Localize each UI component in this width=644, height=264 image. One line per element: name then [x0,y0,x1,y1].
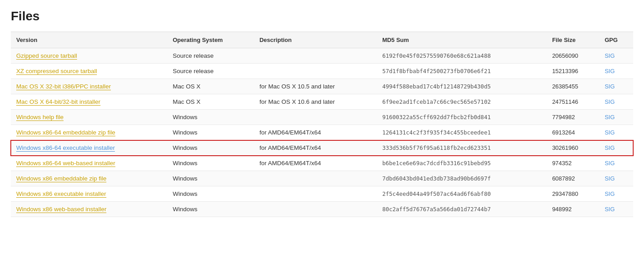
cell-os: Source release [167,48,254,64]
table-row: Windows x86 embeddable zip fileWindows7d… [11,171,633,186]
files-table: Version Operating System Description MD5… [11,32,633,217]
version-link[interactable]: Windows x86-64 web-based installer [16,160,115,167]
sig-link[interactable]: SIG [605,190,615,197]
version-link[interactable]: Windows x86 executable installer [16,190,106,198]
cell-os: Mac OS X [167,94,254,110]
version-link[interactable]: Windows x86 web-based installer [16,206,106,213]
cell-gpg: SIG [599,125,633,140]
cell-gpg: SIG [599,171,633,186]
cell-version: Windows help file [11,110,167,125]
col-filesize: File Size [547,32,599,48]
cell-description: for AMD64/EM64T/x64 [254,156,377,171]
cell-md5: 57d1f8bfbabf4f2500273fb0706e6f21 [377,64,547,79]
cell-md5: 6f9ee2ad1fceb1a7c66c9ec565e57102 [377,94,547,110]
cell-os: Windows [167,140,254,156]
cell-description [254,48,377,64]
cell-filesize: 29347880 [547,186,599,202]
sig-link[interactable]: SIG [605,160,615,167]
cell-description: for Mac OS X 10.5 and later [254,79,377,94]
cell-description: for AMD64/EM64T/x64 [254,140,377,156]
cell-filesize: 30261960 [547,140,599,156]
cell-version: Mac OS X 64-bit/32-bit installer [11,94,167,110]
version-link[interactable]: Windows x86 embeddable zip file [16,175,106,182]
cell-gpg: SIG [599,48,633,64]
sig-link[interactable]: SIG [605,114,615,120]
cell-filesize: 15213396 [547,64,599,79]
cell-os: Windows [167,110,254,125]
table-body: Gzipped source tarballSource release6192… [11,48,633,217]
cell-version: Windows x86 executable installer [11,186,167,202]
cell-md5: b6be1ce6e69ac7dcdfb3316c91bebd95 [377,156,547,171]
col-version: Version [11,32,167,48]
cell-description [254,171,377,186]
cell-version: Windows x86 web-based installer [11,202,167,217]
sig-link[interactable]: SIG [605,175,615,182]
version-link[interactable]: Windows help file [16,114,64,121]
cell-description [254,202,377,217]
col-description: Description [254,32,377,48]
cell-version: XZ compressed source tarball [11,64,167,79]
cell-gpg: SIG [599,202,633,217]
cell-gpg: SIG [599,186,633,202]
cell-filesize: 24751146 [547,94,599,110]
version-link[interactable]: Gzipped source tarball [16,52,77,60]
col-os: Operating System [167,32,254,48]
sig-link[interactable]: SIG [605,206,615,213]
table-row: Mac OS X 64-bit/32-bit installerMac OS X… [11,94,633,110]
cell-version: Windows x86 embeddable zip file [11,171,167,186]
cell-description: for Mac OS X 10.6 and later [254,94,377,110]
version-link[interactable]: Windows x86-64 embeddable zip file [16,129,115,136]
sig-link[interactable]: SIG [605,83,615,90]
sig-link[interactable]: SIG [605,129,615,136]
cell-description [254,64,377,79]
cell-filesize: 26385455 [547,79,599,94]
cell-filesize: 6913264 [547,125,599,140]
cell-gpg: SIG [599,64,633,79]
sig-link[interactable]: SIG [605,68,615,74]
cell-md5: 80c2aff5d76767a5a566da01d72744b7 [377,202,547,217]
cell-gpg: SIG [599,79,633,94]
table-row: Windows x86-64 executable installerWindo… [11,140,633,156]
cell-gpg: SIG [599,140,633,156]
cell-description: for AMD64/EM64T/x64 [254,125,377,140]
version-link[interactable]: Mac OS X 32-bit i386/PPC installer [16,83,111,90]
cell-description [254,186,377,202]
cell-filesize: 7794982 [547,110,599,125]
cell-version: Mac OS X 32-bit i386/PPC installer [11,79,167,94]
cell-os: Windows [167,202,254,217]
cell-os: Windows [167,186,254,202]
col-gpg: GPG [599,32,633,48]
cell-version: Gzipped source tarball [11,48,167,64]
table-header: Version Operating System Description MD5… [11,32,633,48]
cell-os: Source release [167,64,254,79]
cell-md5: 7dbd6043bd041ed3db738ad90b6d697f [377,171,547,186]
cell-os: Windows [167,171,254,186]
cell-gpg: SIG [599,94,633,110]
version-link[interactable]: Mac OS X 64-bit/32-bit installer [16,98,100,106]
sig-link[interactable]: SIG [605,52,615,59]
version-link[interactable]: Windows x86-64 executable installer [16,144,115,152]
cell-version: Windows x86-64 embeddable zip file [11,125,167,140]
cell-md5: 6192f0e45f02575590760e68c621a488 [377,48,547,64]
table-row: Windows help fileWindows91600322a55cff69… [11,110,633,125]
cell-gpg: SIG [599,156,633,171]
cell-md5: 333d536b5f76f95a6118fb2ecd623351 [377,140,547,156]
table-row: Windows x86-64 embeddable zip fileWindow… [11,125,633,140]
cell-os: Mac OS X [167,79,254,94]
cell-md5: 2f5c4eed044a49f507ac64ad6f6abf80 [377,186,547,202]
cell-filesize: 6087892 [547,171,599,186]
cell-md5: 1264131c4c2f3f935f34c455bceedee1 [377,125,547,140]
col-md5: MD5 Sum [377,32,547,48]
version-link[interactable]: XZ compressed source tarball [16,68,97,75]
cell-os: Windows [167,125,254,140]
cell-filesize: 948992 [547,202,599,217]
cell-version: Windows x86-64 web-based installer [11,156,167,171]
sig-link[interactable]: SIG [605,144,615,151]
sig-link[interactable]: SIG [605,98,615,105]
cell-filesize: 20656090 [547,48,599,64]
cell-gpg: SIG [599,110,633,125]
cell-os: Windows [167,156,254,171]
cell-filesize: 974352 [547,156,599,171]
cell-version: Windows x86-64 executable installer [11,140,167,156]
table-row: Mac OS X 32-bit i386/PPC installerMac OS… [11,79,633,94]
